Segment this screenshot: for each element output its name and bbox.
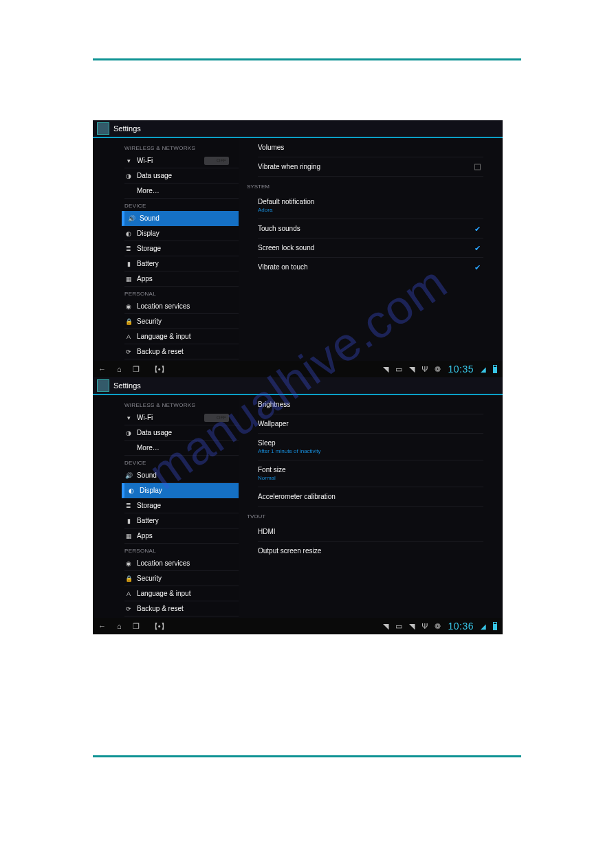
detail-row-title: Accelerometer calibration (258, 493, 483, 500)
usb-icon: Ψ (421, 365, 428, 373)
sidebar-item-battery[interactable]: ▮Battery (124, 256, 239, 271)
sidebar-item-backup-reset[interactable]: ⟳Backup & reset (124, 344, 239, 359)
detail-row-title: Touch sounds (258, 225, 483, 232)
sidebar-section-header: PERSONAL (124, 544, 239, 556)
status-tray[interactable]: ◥▭◥Ψ❁10:36◢ (383, 621, 497, 632)
android-settings-screen: SettingsWIRELESS & NETWORKS▾Wi-FiOFF◑Dat… (93, 377, 503, 634)
sidebar-item-display[interactable]: ◐Display (122, 483, 239, 498)
detail-row[interactable]: Accelerometer calibration (258, 487, 483, 507)
sidebar-item-display[interactable]: ◐Display (124, 226, 239, 241)
sidebar-section-header: WIRELESS & NETWORKS (124, 398, 239, 410)
sidebar-item-storage[interactable]: ≣Storage (124, 498, 239, 513)
sidebar-item-more[interactable]: More… (124, 183, 239, 199)
app-header-title: Settings (113, 124, 141, 133)
sidebar-item-label: Data usage (137, 429, 172, 436)
notification2-icon: ◥ (409, 622, 415, 631)
recent-icon[interactable]: ❐ (133, 622, 140, 631)
detail-row-subtitle: After 1 minute of inactivity (258, 448, 483, 454)
sidebar-item-label: Wi-Fi (137, 157, 153, 164)
location-services-icon: ◉ (124, 560, 133, 567)
wifi-toggle[interactable]: OFF (204, 414, 229, 422)
detail-row[interactable]: Vibrate on touch✔ (258, 258, 483, 276)
sidebar-item-storage[interactable]: ≣Storage (124, 241, 239, 256)
sidebar-item-label: Apps (137, 275, 153, 282)
detail-row[interactable]: Default notificationAdora (258, 192, 483, 219)
sidebar-item-backup-reset[interactable]: ⟳Backup & reset (124, 601, 239, 616)
detail-row-subtitle: Normal (258, 475, 483, 481)
screenshot-icon[interactable]: 【•】 (151, 364, 168, 375)
battery-icon: ▮ (124, 518, 133, 524)
detail-row-title: Brightness (258, 401, 483, 408)
settings-sidebar: WIRELESS & NETWORKS▾Wi-FiOFF◑Data usageM… (93, 395, 239, 618)
detail-row[interactable]: Vibrate when ringing (258, 157, 483, 177)
check-icon: ✔ (474, 224, 481, 233)
check-icon: ✔ (474, 243, 481, 252)
detail-row-title: HDMI (258, 528, 483, 535)
sidebar-item-label: Wi-Fi (137, 414, 153, 421)
sidebar-item-label: Display (140, 487, 162, 494)
sidebar-item-label: Sound (140, 214, 160, 222)
sidebar-item-battery[interactable]: ▮Battery (124, 513, 239, 528)
language-input-icon: A (124, 333, 133, 340)
back-icon[interactable]: ← (98, 365, 106, 373)
battery-icon (493, 622, 497, 630)
screen-body: WIRELESS & NETWORKS▾Wi-FiOFF◑Data usageM… (93, 138, 503, 361)
sidebar-item-label: Backup & reset (137, 348, 184, 355)
sound-icon: 🔊 (124, 472, 133, 479)
detail-row[interactable]: Wallpaper (258, 414, 483, 434)
sidebar-item-location-services[interactable]: ◉Location services (124, 299, 239, 314)
sidebar-section-header: DEVICE (124, 199, 239, 211)
detail-row[interactable]: Output screen resize (258, 542, 483, 560)
detail-row-title: Vibrate on touch (258, 263, 483, 271)
sidebar-item-language-input[interactable]: ALanguage & input (124, 329, 239, 344)
status-tray[interactable]: ◥▭◥Ψ❁10:35◢ (383, 364, 497, 375)
sidebar-item-more[interactable]: More… (124, 441, 239, 456)
home-icon[interactable]: ⌂ (117, 365, 122, 373)
sidebar-item-sound[interactable]: 🔊Sound (124, 468, 239, 483)
detail-section-header: SYSTEM (247, 177, 483, 192)
detail-row-title: Sleep (258, 439, 483, 447)
sidebar-item-apps[interactable]: ▦Apps (124, 528, 239, 544)
image-icon: ▭ (395, 622, 402, 631)
wifi-toggle[interactable]: OFF (204, 157, 229, 165)
sidebar-item-data-usage[interactable]: ◑Data usage (124, 168, 239, 183)
sidebar-item-data-usage[interactable]: ◑Data usage (124, 425, 239, 441)
sidebar-item-wifi[interactable]: ▾Wi-FiOFF (124, 410, 239, 425)
detail-row[interactable]: SleepAfter 1 minute of inactivity (258, 434, 483, 460)
sidebar-item-wifi[interactable]: ▾Wi-FiOFF (124, 153, 239, 168)
detail-row[interactable]: HDMI (258, 522, 483, 542)
signal-icon: ◢ (481, 623, 486, 630)
recent-icon[interactable]: ❐ (133, 365, 140, 374)
sidebar-item-label: Data usage (137, 172, 172, 179)
sidebar-item-security[interactable]: 🔒Security (124, 314, 239, 329)
detail-row[interactable]: Volumes (258, 138, 483, 157)
sidebar-item-language-input[interactable]: ALanguage & input (124, 586, 239, 601)
screenshot-icon[interactable]: 【•】 (151, 621, 168, 632)
sidebar-item-label: Sound (137, 471, 157, 479)
system-navbar: ←⌂❐【•】◥▭◥Ψ❁10:36◢ (93, 618, 503, 634)
sidebar-item-location-services[interactable]: ◉Location services (124, 556, 239, 571)
backup-reset-icon: ⟳ (124, 348, 133, 355)
sidebar-item-security[interactable]: 🔒Security (124, 571, 239, 586)
status-clock: 10:36 (448, 621, 474, 632)
settings-app-icon (97, 379, 109, 392)
detail-row[interactable]: Brightness (258, 395, 483, 414)
wifi-icon: ▾ (124, 414, 133, 421)
notification-icon: ◥ (383, 365, 388, 374)
settings-detail: VolumesVibrate when ringingSYSTEMDefault… (239, 138, 503, 361)
backup-reset-icon: ⟳ (124, 605, 133, 612)
detail-row[interactable]: Font sizeNormal (258, 460, 483, 487)
detail-row[interactable]: Touch sounds✔ (258, 219, 483, 238)
back-icon[interactable]: ← (98, 622, 106, 630)
detail-row[interactable]: Screen lock sound✔ (258, 238, 483, 258)
divider-bottom (93, 755, 521, 757)
language-input-icon: A (124, 590, 133, 597)
app-header-title: Settings (113, 381, 141, 390)
sidebar-item-label: Storage (137, 502, 161, 509)
wifi-icon: ▾ (124, 157, 133, 164)
home-icon[interactable]: ⌂ (117, 622, 122, 630)
data-usage-icon: ◑ (124, 173, 133, 179)
sidebar-item-apps[interactable]: ▦Apps (124, 271, 239, 287)
sidebar-item-sound[interactable]: 🔊Sound (122, 211, 239, 226)
checkbox-unchecked[interactable] (474, 164, 481, 170)
